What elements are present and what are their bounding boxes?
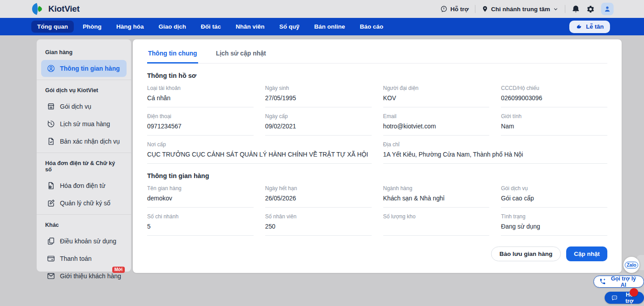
profile-section-title: Thông tin hồ sơ: [147, 72, 607, 79]
tab-thong-tin-chung[interactable]: Thông tin chung: [147, 45, 198, 64]
store-info-card: Thông tin chung Lịch sử cập nhật Thông t…: [133, 39, 622, 273]
store-section-title: Thông tin gian hàng: [147, 172, 607, 179]
field-so-luong-kho: Số lượng kho: [383, 208, 490, 236]
field-ngay-cap: Ngày cấp 09/02/2021: [265, 107, 372, 136]
chat-bubble-icon: [611, 294, 618, 302]
reception-mode-button[interactable]: Lễ tân: [569, 21, 610, 33]
field-goi-dich-vu: Gói dịch vụ Gói cao cấp: [501, 179, 607, 208]
brand: KiotViet: [31, 2, 80, 16]
card-tabs: Thông tin chung Lịch sử cập nhật: [147, 39, 607, 64]
user-avatar[interactable]: [601, 3, 614, 15]
divider: [475, 5, 475, 13]
store-icon: [47, 102, 55, 111]
nav-phong[interactable]: Phòng: [77, 21, 107, 33]
sidebar-item-ban-xac-nhan-dich-vu[interactable]: Bản xác nhận dịch vụ: [41, 133, 127, 150]
credit-card-icon: [47, 254, 55, 263]
update-button[interactable]: Cập nhật: [566, 246, 607, 261]
sidebar-item-gioi-thieu-khach-hang[interactable]: Giới thiệu khách hàng Mới: [41, 268, 127, 285]
top-header: KiotViet Hỗ trợ Chi nhánh trung: [0, 0, 644, 18]
sidebar-section-title: Gói dịch vụ KiotViet: [41, 84, 127, 98]
sidebar-section-khac: Khác Điều khoản sử dụng Thanh toán: [37, 214, 131, 285]
card-actions: Bảo lưu gian hàng Cập nhật: [147, 246, 607, 261]
sidebar-section-gian-hang: Gian hàng Thông tin gian hàng: [41, 43, 127, 77]
reception-hand-icon: [576, 23, 583, 30]
header-help-link[interactable]: Hỗ trợ: [440, 5, 469, 13]
tab-lich-su-cap-nhat[interactable]: Lịch sử cập nhật: [215, 45, 267, 64]
zalo-logo: Zalo: [625, 262, 638, 268]
signature-icon: [47, 199, 55, 208]
main-navbar: Tổng quan Phòng Hàng hóa Giao dịch Đối t…: [0, 18, 644, 35]
field-gioi-tinh: Giới tính Nam: [501, 107, 607, 136]
sidebar-item-dieu-khoan-su-dung[interactable]: Điều khoản sử dụng: [41, 233, 127, 250]
profile-fields: Loại tài khoản Cá nhân Ngày sinh 27/05/1…: [147, 79, 607, 164]
field-dien-thoai: Điện thoại 0971234567: [147, 107, 254, 136]
settings-gear-icon[interactable]: [586, 5, 595, 13]
divider: [565, 5, 565, 13]
nav-giao-dich[interactable]: Giao dịch: [153, 21, 192, 33]
document-check-icon: [47, 137, 55, 146]
nav-doi-tac[interactable]: Đối tác: [195, 21, 227, 33]
zalo-chat-button[interactable]: Zalo: [623, 257, 640, 273]
sidebar-item-lich-su-mua-hang[interactable]: Lịch sử mua hàng: [41, 115, 127, 132]
invoice-icon: [47, 181, 55, 190]
nav-ban-online[interactable]: Bán online: [309, 21, 351, 33]
sidebar-section-title: Gian hàng: [41, 46, 127, 60]
phone-plus-icon: [599, 278, 606, 285]
nav-so-quy[interactable]: Sổ quỹ: [274, 21, 305, 33]
sidebar-section-title: Khác: [41, 218, 127, 232]
field-loai-tai-khoan: Loại tài khoản Cá nhân: [147, 79, 254, 107]
notifications-bell-icon[interactable]: [572, 5, 580, 13]
brand-name: KiotViet: [48, 4, 80, 14]
sidebar-item-thanh-toan[interactable]: Thanh toán: [41, 250, 127, 267]
branch-selector[interactable]: Chi nhánh trung tâm: [482, 5, 559, 13]
history-icon: [47, 119, 55, 128]
nav-hang-hoa[interactable]: Hàng hóa: [110, 21, 150, 33]
new-badge: Mới: [112, 267, 125, 273]
pages-icon: [47, 237, 55, 246]
nav-tong-quan[interactable]: Tổng quan: [31, 21, 74, 33]
nav-bao-cao[interactable]: Báo cáo: [354, 21, 390, 33]
help-bubble-icon: [440, 5, 448, 13]
store-fields: Tên gian hàng demokov Ngày hết hạn 26/05…: [147, 179, 607, 236]
field-dia-chi: Địa chỉ 1A Yết Kiêu, Phường Cửa Nam, Thà…: [383, 136, 608, 164]
sidebar-section-goi-dich-vu: Gói dịch vụ KiotViet Gói dịch vụ Lịch sử…: [37, 80, 131, 150]
sidebar-section-hoa-don: Hóa đơn điện tử & Chữ ký số Hóa đơn điện…: [37, 153, 131, 212]
sidebar-item-goi-dich-vu[interactable]: Gói dịch vụ: [41, 98, 127, 115]
field-ngay-sinh: Ngày sinh 27/05/1995: [265, 79, 372, 107]
envelope-icon: [47, 272, 55, 280]
field-so-chi-nhanh: Số chi nhánh 5: [147, 208, 254, 236]
nav-nhan-vien[interactable]: Nhân viên: [230, 21, 271, 33]
location-pin-icon: [482, 5, 488, 13]
ai-assistant-call-button[interactable]: Gọi trợ lý AI: [593, 276, 644, 288]
field-ten-gian-hang: Tên gian hàng demokov: [147, 179, 254, 208]
field-tinh-trang: Tình trạng Đang sử dụng: [501, 208, 607, 236]
support-chat-button[interactable]: Hỗ trợ: [605, 292, 644, 304]
sidebar-item-hoa-don-dien-tu[interactable]: Hóa đơn điện tử: [41, 177, 127, 194]
user-circle-icon: [47, 64, 55, 73]
notification-dot: [630, 288, 638, 297]
preserve-store-button[interactable]: Bảo lưu gian hàng: [491, 246, 561, 261]
field-so-nhan-vien: Số nhân viên 250: [265, 208, 372, 236]
field-ngay-het-han: Ngày hết hạn 26/05/2026: [265, 179, 372, 208]
field-nguoi-dai-dien: Người đại diện KOV: [383, 79, 490, 107]
sidebar-item-quan-ly-chu-ky-so[interactable]: Quản lý chữ ký số: [41, 195, 127, 212]
chevron-down-icon: [553, 6, 559, 12]
field-cccd-ho-chieu: CCCD/Hộ chiếu 026099003096: [501, 79, 607, 107]
field-noi-cap: Nơi cấp CỤC TRƯỞNG CỤC CẢNH SÁT QUẢN LÝ …: [147, 136, 372, 164]
sidebar-item-thong-tin-gian-hang[interactable]: Thông tin gian hàng: [41, 60, 127, 77]
settings-sidebar: Gian hàng Thông tin gian hàng Gói dịch v…: [37, 39, 131, 272]
kiotviet-logo-icon: [31, 2, 45, 16]
sidebar-section-title: Hóa đơn điện tử & Chữ ký số: [41, 157, 127, 177]
field-email: Email hotro@kiotviet.com: [383, 107, 490, 136]
field-nganh-hang: Ngành hàng Khách sạn & Nhà nghỉ: [383, 179, 490, 208]
